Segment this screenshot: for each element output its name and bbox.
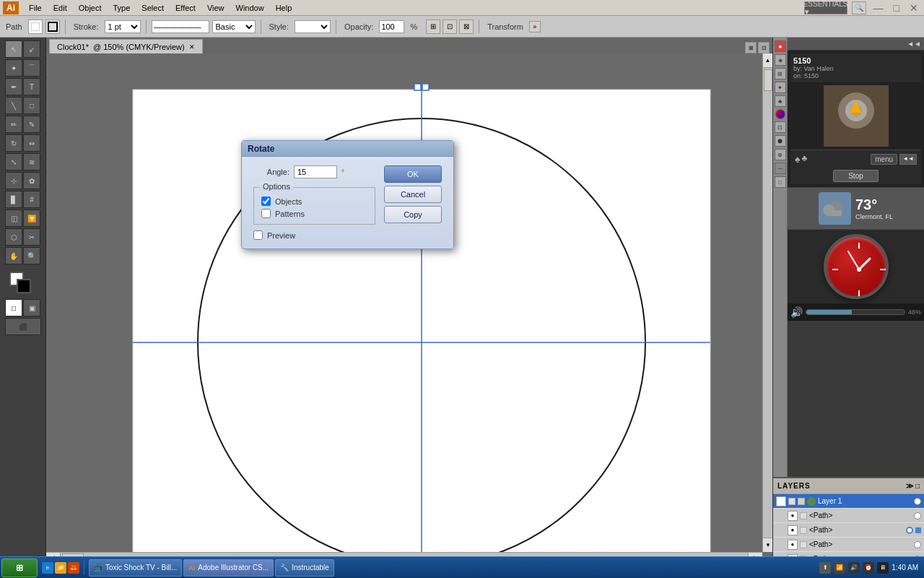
music-icon2[interactable]: ♣ bbox=[801, 153, 807, 165]
menu-view[interactable]: View bbox=[201, 2, 230, 14]
search-icon[interactable]: 🔍 bbox=[852, 1, 866, 14]
align-btn3[interactable]: ⊠ bbox=[459, 20, 474, 34]
gradient-tool[interactable]: ◫ bbox=[5, 210, 22, 227]
tray-icon-1[interactable]: ⬆ bbox=[819, 562, 831, 574]
full-screen-mode[interactable]: ▣ bbox=[23, 299, 40, 316]
swatch-icon[interactable] bbox=[775, 109, 785, 119]
close-btn[interactable]: ✕ bbox=[907, 2, 921, 14]
rotate-tool[interactable]: ↻ bbox=[5, 134, 22, 152]
blend-tool[interactable]: ⬡ bbox=[5, 228, 22, 246]
scale-tool[interactable]: ⤡ bbox=[5, 153, 22, 171]
restore-btn[interactable]: □ bbox=[891, 2, 902, 14]
menu-object[interactable]: Object bbox=[73, 2, 108, 14]
rect-tool[interactable]: □ bbox=[23, 97, 40, 114]
layer-eye-4[interactable]: ● bbox=[788, 540, 798, 550]
layer-eye-3[interactable]: ● bbox=[788, 525, 798, 535]
ie-icon[interactable]: e bbox=[42, 562, 53, 574]
type-tool[interactable]: T bbox=[23, 78, 40, 95]
tray-icon-3[interactable]: 🔊 bbox=[848, 562, 860, 574]
angle-input[interactable]: 15 bbox=[294, 165, 337, 178]
scroll-down-btn[interactable]: ▼ bbox=[763, 538, 772, 552]
stop-button[interactable]: Stop bbox=[833, 170, 879, 182]
tray-icon-2[interactable]: 📶 bbox=[834, 562, 845, 574]
tab-close-btn[interactable]: ✕ bbox=[189, 43, 195, 51]
magic-wand-tool[interactable]: ✦ bbox=[5, 59, 22, 77]
patterns-checkbox[interactable] bbox=[261, 209, 271, 218]
reflect-tool[interactable]: ⇔ bbox=[23, 134, 40, 152]
layer-eye-1[interactable]: 👁 bbox=[776, 496, 786, 506]
change-screen-mode[interactable]: ⬛ bbox=[5, 318, 41, 335]
music-menu-btn[interactable]: menu bbox=[871, 154, 897, 165]
stroke-panel-icon[interactable]: ─ bbox=[775, 163, 786, 174]
line-tool[interactable]: ╲ bbox=[5, 97, 22, 114]
menu-help[interactable]: Help bbox=[270, 2, 298, 14]
normal-mode[interactable]: □ bbox=[5, 299, 22, 316]
taskbar-app-3[interactable]: 🔧 Instructable bbox=[275, 559, 334, 577]
clubs-icon[interactable]: ♣ bbox=[775, 95, 786, 107]
vertical-scrollbar[interactable]: ▲ ▼ bbox=[762, 53, 772, 552]
appearance-panel-icon[interactable]: ◈ bbox=[775, 54, 786, 66]
layer-target-2[interactable] bbox=[914, 512, 921, 519]
collapse-btn[interactable]: ◄◄ bbox=[907, 40, 921, 48]
fill-swatch[interactable] bbox=[28, 20, 43, 34]
folder-icon[interactable]: 📁 bbox=[55, 562, 66, 574]
menu-select[interactable]: Select bbox=[136, 2, 170, 14]
direct-selection-tool[interactable]: ↙ bbox=[23, 40, 40, 58]
lasso-tool[interactable]: ⌒ bbox=[23, 59, 40, 77]
pen-tool[interactable]: ✒ bbox=[5, 78, 22, 95]
symbols-icon[interactable]: ✦ bbox=[775, 82, 786, 93]
opacity-input[interactable] bbox=[379, 20, 404, 33]
brush-select[interactable]: Basic bbox=[212, 20, 256, 33]
expand-icon[interactable]: » bbox=[529, 21, 541, 33]
start-button[interactable]: ⊞ bbox=[1, 558, 38, 577]
pathfinder-icon[interactable]: ⊕ bbox=[775, 149, 786, 160]
layer-row-2[interactable]: ● <Path> bbox=[773, 509, 924, 523]
layer-eye-2[interactable]: ● bbox=[788, 511, 798, 521]
layer-target-3[interactable] bbox=[906, 527, 913, 534]
stroke-weight-select[interactable]: 1 pt bbox=[105, 20, 141, 33]
preview-checkbox[interactable] bbox=[253, 230, 263, 240]
stroke-color[interactable] bbox=[17, 279, 31, 293]
taskbar-app-2[interactable]: Ai Adobe Illustrator CS... bbox=[183, 559, 274, 577]
objects-checkbox[interactable] bbox=[261, 197, 271, 206]
music-prev-btn[interactable]: ◄◄ bbox=[899, 154, 917, 165]
zoom-tool[interactable]: 🔍 bbox=[23, 247, 40, 264]
copy-button[interactable]: Copy bbox=[384, 206, 442, 223]
document-tab[interactable]: Clock01* @ 150% (CMYK/Preview) ✕ bbox=[49, 39, 203, 53]
menu-file[interactable]: File bbox=[23, 2, 48, 14]
taskbar-app-1[interactable]: 📺 Toxic Shock TV - Bill... bbox=[89, 559, 182, 577]
align-btn2[interactable]: ⊡ bbox=[443, 20, 457, 34]
column-graph-tool[interactable]: ▊ bbox=[5, 191, 22, 208]
paintbrush-tool[interactable]: ✏ bbox=[5, 116, 22, 133]
eyedropper-tool[interactable]: 🔽 bbox=[23, 210, 40, 227]
tray-icon-4[interactable]: ⏰ bbox=[863, 562, 874, 574]
transform-panel-icon[interactable]: ⬢ bbox=[775, 135, 786, 147]
mesh-tool[interactable]: # bbox=[23, 191, 40, 208]
layer-row-1[interactable]: 👁 Layer 1 bbox=[773, 494, 924, 509]
align-btn1[interactable]: ⊞ bbox=[426, 20, 440, 34]
symbol-tool[interactable]: ✿ bbox=[23, 172, 40, 189]
firefox-icon[interactable]: 🦊 bbox=[68, 562, 79, 574]
style-select[interactable] bbox=[295, 20, 331, 33]
free-transform-tool[interactable]: ⊹ bbox=[5, 172, 22, 189]
scroll-thumb-v[interactable] bbox=[764, 69, 772, 91]
layer-row-3[interactable]: ● <Path> bbox=[773, 523, 924, 538]
menu-type[interactable]: Type bbox=[108, 2, 136, 14]
scissors-tool[interactable]: ✂ bbox=[23, 228, 40, 246]
tray-icon-5[interactable]: 🖥 bbox=[877, 562, 889, 574]
scroll-up-btn[interactable]: ▲ bbox=[763, 53, 772, 68]
menu-edit[interactable]: Edit bbox=[48, 2, 73, 14]
layer-target-4[interactable] bbox=[914, 541, 921, 548]
arrange-btn2[interactable]: ⊡ bbox=[758, 42, 770, 53]
canvas-viewport[interactable]: Rotate Angle: 15 ° bbox=[46, 53, 772, 562]
layer-row-4[interactable]: ● <Path> bbox=[773, 538, 924, 552]
selection-tool[interactable]: ↖ bbox=[5, 40, 22, 58]
workspace-label[interactable]: ESSENTIALS ▼ bbox=[804, 1, 847, 14]
cancel-button[interactable]: Cancel bbox=[384, 186, 442, 203]
arrange-btn[interactable]: ⊞ bbox=[745, 42, 757, 53]
artboard-icon[interactable]: □ bbox=[775, 176, 786, 188]
ok-button[interactable]: OK bbox=[384, 165, 442, 183]
stroke-style-input[interactable] bbox=[152, 20, 209, 33]
menu-effect[interactable]: Effect bbox=[170, 2, 201, 14]
hand-tool[interactable]: ✋ bbox=[5, 247, 22, 264]
